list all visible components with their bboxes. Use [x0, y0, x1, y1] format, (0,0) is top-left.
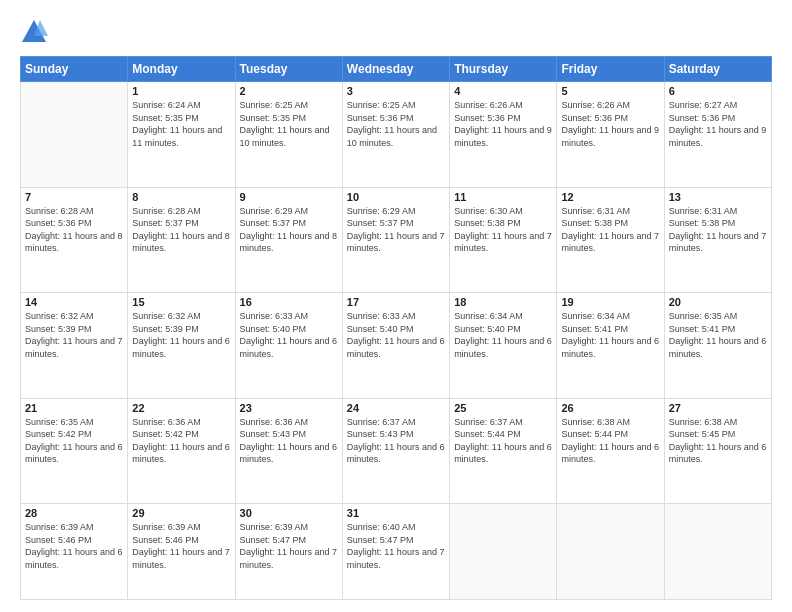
day-number: 22	[132, 402, 230, 414]
cell-content: Sunrise: 6:36 AMSunset: 5:42 PMDaylight:…	[132, 416, 230, 466]
cell-content: Sunrise: 6:27 AMSunset: 5:36 PMDaylight:…	[669, 99, 767, 149]
calendar-cell: 27Sunrise: 6:38 AMSunset: 5:45 PMDayligh…	[664, 398, 771, 504]
cell-content: Sunrise: 6:37 AMSunset: 5:43 PMDaylight:…	[347, 416, 445, 466]
day-header-wednesday: Wednesday	[342, 57, 449, 82]
day-number: 17	[347, 296, 445, 308]
calendar-cell: 12Sunrise: 6:31 AMSunset: 5:38 PMDayligh…	[557, 187, 664, 293]
cell-content: Sunrise: 6:39 AMSunset: 5:46 PMDaylight:…	[132, 521, 230, 571]
cell-content: Sunrise: 6:39 AMSunset: 5:46 PMDaylight:…	[25, 521, 123, 571]
cell-content: Sunrise: 6:26 AMSunset: 5:36 PMDaylight:…	[561, 99, 659, 149]
cell-content: Sunrise: 6:30 AMSunset: 5:38 PMDaylight:…	[454, 205, 552, 255]
day-header-saturday: Saturday	[664, 57, 771, 82]
calendar-cell: 14Sunrise: 6:32 AMSunset: 5:39 PMDayligh…	[21, 293, 128, 399]
calendar-cell: 18Sunrise: 6:34 AMSunset: 5:40 PMDayligh…	[450, 293, 557, 399]
calendar-cell: 23Sunrise: 6:36 AMSunset: 5:43 PMDayligh…	[235, 398, 342, 504]
calendar-cell: 9Sunrise: 6:29 AMSunset: 5:37 PMDaylight…	[235, 187, 342, 293]
calendar-cell: 8Sunrise: 6:28 AMSunset: 5:37 PMDaylight…	[128, 187, 235, 293]
day-number: 21	[25, 402, 123, 414]
calendar-cell: 13Sunrise: 6:31 AMSunset: 5:38 PMDayligh…	[664, 187, 771, 293]
day-number: 13	[669, 191, 767, 203]
day-number: 9	[240, 191, 338, 203]
day-number: 20	[669, 296, 767, 308]
day-number: 31	[347, 507, 445, 519]
day-number: 11	[454, 191, 552, 203]
day-header-monday: Monday	[128, 57, 235, 82]
calendar-cell: 4Sunrise: 6:26 AMSunset: 5:36 PMDaylight…	[450, 82, 557, 188]
cell-content: Sunrise: 6:38 AMSunset: 5:45 PMDaylight:…	[669, 416, 767, 466]
calendar-week-row: 7Sunrise: 6:28 AMSunset: 5:36 PMDaylight…	[21, 187, 772, 293]
cell-content: Sunrise: 6:40 AMSunset: 5:47 PMDaylight:…	[347, 521, 445, 571]
calendar-cell	[664, 504, 771, 600]
calendar-cell: 21Sunrise: 6:35 AMSunset: 5:42 PMDayligh…	[21, 398, 128, 504]
calendar-cell	[450, 504, 557, 600]
cell-content: Sunrise: 6:24 AMSunset: 5:35 PMDaylight:…	[132, 99, 230, 149]
day-number: 30	[240, 507, 338, 519]
day-number: 24	[347, 402, 445, 414]
cell-content: Sunrise: 6:31 AMSunset: 5:38 PMDaylight:…	[669, 205, 767, 255]
header	[20, 18, 772, 46]
calendar-week-row: 21Sunrise: 6:35 AMSunset: 5:42 PMDayligh…	[21, 398, 772, 504]
calendar-week-row: 28Sunrise: 6:39 AMSunset: 5:46 PMDayligh…	[21, 504, 772, 600]
cell-content: Sunrise: 6:37 AMSunset: 5:44 PMDaylight:…	[454, 416, 552, 466]
day-number: 29	[132, 507, 230, 519]
cell-content: Sunrise: 6:34 AMSunset: 5:41 PMDaylight:…	[561, 310, 659, 360]
calendar-cell: 24Sunrise: 6:37 AMSunset: 5:43 PMDayligh…	[342, 398, 449, 504]
cell-content: Sunrise: 6:28 AMSunset: 5:37 PMDaylight:…	[132, 205, 230, 255]
day-number: 14	[25, 296, 123, 308]
day-number: 16	[240, 296, 338, 308]
calendar-cell: 20Sunrise: 6:35 AMSunset: 5:41 PMDayligh…	[664, 293, 771, 399]
page: SundayMondayTuesdayWednesdayThursdayFrid…	[0, 0, 792, 612]
calendar-cell: 28Sunrise: 6:39 AMSunset: 5:46 PMDayligh…	[21, 504, 128, 600]
calendar-cell	[21, 82, 128, 188]
cell-content: Sunrise: 6:28 AMSunset: 5:36 PMDaylight:…	[25, 205, 123, 255]
cell-content: Sunrise: 6:26 AMSunset: 5:36 PMDaylight:…	[454, 99, 552, 149]
logo	[20, 18, 52, 46]
day-number: 18	[454, 296, 552, 308]
day-number: 8	[132, 191, 230, 203]
calendar-cell: 11Sunrise: 6:30 AMSunset: 5:38 PMDayligh…	[450, 187, 557, 293]
cell-content: Sunrise: 6:34 AMSunset: 5:40 PMDaylight:…	[454, 310, 552, 360]
calendar-cell: 26Sunrise: 6:38 AMSunset: 5:44 PMDayligh…	[557, 398, 664, 504]
calendar-cell: 22Sunrise: 6:36 AMSunset: 5:42 PMDayligh…	[128, 398, 235, 504]
cell-content: Sunrise: 6:36 AMSunset: 5:43 PMDaylight:…	[240, 416, 338, 466]
calendar-week-row: 14Sunrise: 6:32 AMSunset: 5:39 PMDayligh…	[21, 293, 772, 399]
cell-content: Sunrise: 6:38 AMSunset: 5:44 PMDaylight:…	[561, 416, 659, 466]
calendar-cell: 16Sunrise: 6:33 AMSunset: 5:40 PMDayligh…	[235, 293, 342, 399]
cell-content: Sunrise: 6:29 AMSunset: 5:37 PMDaylight:…	[240, 205, 338, 255]
cell-content: Sunrise: 6:32 AMSunset: 5:39 PMDaylight:…	[132, 310, 230, 360]
cell-content: Sunrise: 6:33 AMSunset: 5:40 PMDaylight:…	[347, 310, 445, 360]
day-number: 12	[561, 191, 659, 203]
logo-icon	[20, 18, 48, 46]
day-number: 1	[132, 85, 230, 97]
calendar-cell: 31Sunrise: 6:40 AMSunset: 5:47 PMDayligh…	[342, 504, 449, 600]
calendar-cell: 15Sunrise: 6:32 AMSunset: 5:39 PMDayligh…	[128, 293, 235, 399]
calendar-cell: 25Sunrise: 6:37 AMSunset: 5:44 PMDayligh…	[450, 398, 557, 504]
calendar-cell: 17Sunrise: 6:33 AMSunset: 5:40 PMDayligh…	[342, 293, 449, 399]
cell-content: Sunrise: 6:39 AMSunset: 5:47 PMDaylight:…	[240, 521, 338, 571]
calendar-cell: 30Sunrise: 6:39 AMSunset: 5:47 PMDayligh…	[235, 504, 342, 600]
day-number: 27	[669, 402, 767, 414]
cell-content: Sunrise: 6:31 AMSunset: 5:38 PMDaylight:…	[561, 205, 659, 255]
calendar-table: SundayMondayTuesdayWednesdayThursdayFrid…	[20, 56, 772, 600]
cell-content: Sunrise: 6:29 AMSunset: 5:37 PMDaylight:…	[347, 205, 445, 255]
cell-content: Sunrise: 6:25 AMSunset: 5:35 PMDaylight:…	[240, 99, 338, 149]
calendar-cell: 10Sunrise: 6:29 AMSunset: 5:37 PMDayligh…	[342, 187, 449, 293]
day-number: 7	[25, 191, 123, 203]
day-number: 23	[240, 402, 338, 414]
day-header-friday: Friday	[557, 57, 664, 82]
day-number: 5	[561, 85, 659, 97]
day-number: 25	[454, 402, 552, 414]
calendar-cell: 19Sunrise: 6:34 AMSunset: 5:41 PMDayligh…	[557, 293, 664, 399]
calendar-week-row: 1Sunrise: 6:24 AMSunset: 5:35 PMDaylight…	[21, 82, 772, 188]
calendar-cell: 2Sunrise: 6:25 AMSunset: 5:35 PMDaylight…	[235, 82, 342, 188]
day-header-sunday: Sunday	[21, 57, 128, 82]
calendar-cell: 1Sunrise: 6:24 AMSunset: 5:35 PMDaylight…	[128, 82, 235, 188]
day-header-thursday: Thursday	[450, 57, 557, 82]
calendar-header-row: SundayMondayTuesdayWednesdayThursdayFrid…	[21, 57, 772, 82]
cell-content: Sunrise: 6:25 AMSunset: 5:36 PMDaylight:…	[347, 99, 445, 149]
day-number: 2	[240, 85, 338, 97]
day-number: 26	[561, 402, 659, 414]
calendar-cell: 6Sunrise: 6:27 AMSunset: 5:36 PMDaylight…	[664, 82, 771, 188]
day-number: 28	[25, 507, 123, 519]
day-number: 3	[347, 85, 445, 97]
